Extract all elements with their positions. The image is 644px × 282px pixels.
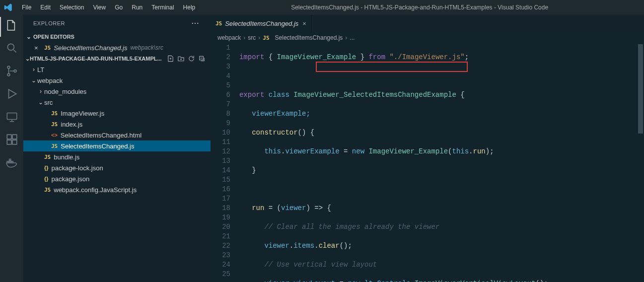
tree-file-selected-html[interactable]: <> SelectedItemsChanged.html <box>23 130 211 141</box>
breadcrumb-part[interactable]: ... <box>350 34 355 41</box>
breadcrumb-part[interactable]: SelectedItemsChanged.js <box>275 34 343 41</box>
chevron-down-icon: ⌄ <box>25 33 32 40</box>
html-file-icon: <> <box>51 132 58 138</box>
new-file-icon[interactable] <box>167 54 174 63</box>
js-file-icon: JS <box>51 121 58 128</box>
svg-rect-5 <box>7 135 11 139</box>
activity-bar <box>0 15 23 282</box>
chevron-down-icon: ⌄ <box>37 99 44 106</box>
svg-point-3 <box>14 70 16 72</box>
menu-selection[interactable]: Selection <box>56 2 88 13</box>
open-editor-path: webpack\src <box>130 44 163 51</box>
svg-point-2 <box>7 73 10 76</box>
svg-rect-6 <box>12 135 17 139</box>
code-content[interactable]: import { ImageViewer_Example } from "./I… <box>239 43 644 282</box>
chevron-down-icon: ⌄ <box>25 56 30 62</box>
file-tree: › LT ⌄ webpack › node_modules ⌄ src JS I… <box>23 64 211 195</box>
scrollbar-thumb[interactable] <box>638 44 643 134</box>
run-debug-icon[interactable] <box>5 87 18 100</box>
tree-folder-src[interactable]: ⌄ src <box>23 97 211 108</box>
menu-terminal[interactable]: Terminal <box>147 2 178 13</box>
tree-file-imageviewer[interactable]: JS ImageViewer.js <box>23 108 211 119</box>
js-file-icon: JS <box>263 35 269 41</box>
explorer-more-icon[interactable]: ⋯ <box>189 18 202 28</box>
menu-go[interactable]: Go <box>111 2 127 13</box>
line-numbers: 1234567891011121314151617181920212223242… <box>211 43 239 282</box>
js-file-icon: JS <box>51 110 58 117</box>
breadcrumb-part[interactable]: webpack <box>217 34 241 41</box>
chevron-down-icon: ⌄ <box>30 77 37 84</box>
js-file-icon: JS <box>44 187 51 193</box>
js-file-icon: JS <box>51 143 58 149</box>
menu-file[interactable]: File <box>18 2 35 13</box>
titlebar: File Edit Selection View Go Run Terminal… <box>0 0 644 15</box>
explorer-icon[interactable] <box>5 19 18 32</box>
tree-folder-webpack[interactable]: ⌄ webpack <box>23 75 211 86</box>
editor-area: JS SelectedItemsChanged.js × webpack › s… <box>211 15 644 282</box>
collapse-all-icon[interactable] <box>198 54 206 63</box>
source-control-icon[interactable] <box>5 65 18 77</box>
js-file-icon: JS <box>44 45 51 51</box>
breadcrumb[interactable]: webpack › src › JS SelectedItemsChanged.… <box>211 32 644 43</box>
tree-file-index[interactable]: JS index.js <box>23 119 211 130</box>
tab-selected-items-changed[interactable]: JS SelectedItemsChanged.js × <box>211 15 312 32</box>
chevron-right-icon: › <box>37 88 44 95</box>
sidebar: EXPLORER ⋯ ⌄ OPEN EDITORS × JS SelectedI… <box>23 15 211 282</box>
tab-close-icon[interactable]: × <box>302 20 306 27</box>
tree-folder-lt[interactable]: › LT <box>23 64 211 75</box>
tree-file-webpack-config[interactable]: JS webpack.config.JavaScript.js <box>23 184 211 195</box>
sidebar-header: EXPLORER ⋯ <box>23 15 211 31</box>
svg-point-1 <box>7 66 10 69</box>
tree-file-package[interactable]: {} package.json <box>23 173 211 184</box>
folder-root-label: HTML5-JS-PACKAGE-AND-RUN-HTML5-EXAMPL... <box>30 56 162 62</box>
tree-file-bundle[interactable]: JS bundle.js <box>23 151 211 162</box>
chevron-right-icon: › <box>30 66 37 73</box>
refresh-icon[interactable] <box>188 54 195 63</box>
open-editors-header[interactable]: ⌄ OPEN EDITORS <box>23 31 211 42</box>
extensions-icon[interactable] <box>5 133 18 146</box>
open-editor-filename: SelectedItemsChanged.js <box>54 44 127 52</box>
menu-bar: File Edit Selection View Go Run Terminal… <box>18 2 199 13</box>
svg-rect-8 <box>12 140 17 144</box>
open-editors-label: OPEN EDITORS <box>33 34 74 40</box>
tab-filename: SelectedItemsChanged.js <box>225 20 298 27</box>
json-file-icon: {} <box>44 176 49 182</box>
explorer-title: EXPLORER <box>33 20 65 26</box>
svg-point-0 <box>7 44 14 50</box>
close-icon[interactable]: × <box>34 44 42 52</box>
chevron-right-icon: › <box>243 34 245 41</box>
svg-rect-7 <box>7 140 11 144</box>
code-editor[interactable]: 1234567891011121314151617181920212223242… <box>211 43 644 282</box>
scrollbar-vertical[interactable] <box>637 43 644 282</box>
highlight-annotation <box>316 62 468 72</box>
window-title: SelectedItemsChanged.js - HTML5-JS-Packa… <box>199 4 640 11</box>
remote-explorer-icon[interactable] <box>5 110 18 123</box>
open-editor-item[interactable]: × JS SelectedItemsChanged.js webpack\src <box>23 42 211 53</box>
docker-icon[interactable] <box>5 156 18 169</box>
tree-file-package-lock[interactable]: {} package-lock.json <box>23 162 211 173</box>
menu-view[interactable]: View <box>89 2 110 13</box>
chevron-right-icon: › <box>345 34 347 41</box>
menu-help[interactable]: Help <box>179 2 200 13</box>
js-file-icon: JS <box>44 154 51 160</box>
tree-folder-node-modules[interactable]: › node_modules <box>23 86 211 97</box>
tree-file-selected-js[interactable]: JS SelectedItemsChanged.js <box>23 141 211 151</box>
json-file-icon: {} <box>44 165 49 171</box>
menu-edit[interactable]: Edit <box>36 2 55 13</box>
tab-bar: JS SelectedItemsChanged.js × <box>211 15 644 32</box>
breadcrumb-part[interactable]: src <box>248 34 256 41</box>
vscode-logo-icon <box>4 3 13 12</box>
chevron-right-icon: › <box>258 34 260 41</box>
svg-rect-12 <box>9 159 10 161</box>
search-icon[interactable] <box>5 42 18 55</box>
menu-run[interactable]: Run <box>128 2 146 13</box>
folder-root-header[interactable]: ⌄ HTML5-JS-PACKAGE-AND-RUN-HTML5-EXAMPL.… <box>23 53 211 64</box>
svg-rect-4 <box>7 113 17 119</box>
js-file-icon: JS <box>215 20 222 27</box>
new-folder-icon[interactable] <box>177 54 185 63</box>
